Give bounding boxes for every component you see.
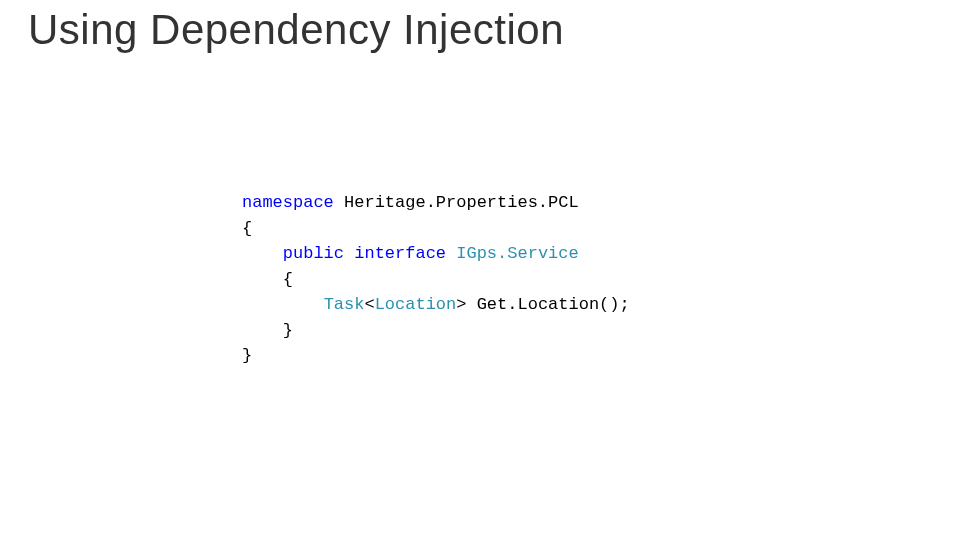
- code-block: namespace Heritage.Properties.PCL { publ…: [242, 190, 630, 369]
- space: [334, 193, 344, 212]
- brace-close: }: [242, 346, 252, 365]
- keyword-interface: interface: [354, 244, 446, 263]
- type-interface: IGps.Service: [456, 244, 578, 263]
- indent: [242, 295, 324, 314]
- indent: [242, 244, 283, 263]
- type-task: Task: [324, 295, 365, 314]
- type-location: Location: [375, 295, 457, 314]
- brace-open: {: [242, 219, 252, 238]
- indent: [242, 270, 283, 289]
- keyword-namespace: namespace: [242, 193, 334, 212]
- space: [446, 244, 456, 263]
- slide: Using Dependency Injection namespace Her…: [0, 0, 960, 540]
- space: [344, 244, 354, 263]
- method-name: Get.Location();: [477, 295, 630, 314]
- keyword-public: public: [283, 244, 344, 263]
- brace-close-inner: }: [283, 321, 293, 340]
- brace-open-inner: {: [283, 270, 293, 289]
- slide-title: Using Dependency Injection: [28, 6, 564, 54]
- angle-close: >: [456, 295, 466, 314]
- space: [466, 295, 476, 314]
- angle-open: <: [364, 295, 374, 314]
- indent: [242, 321, 283, 340]
- namespace-name: Heritage.Properties.PCL: [344, 193, 579, 212]
